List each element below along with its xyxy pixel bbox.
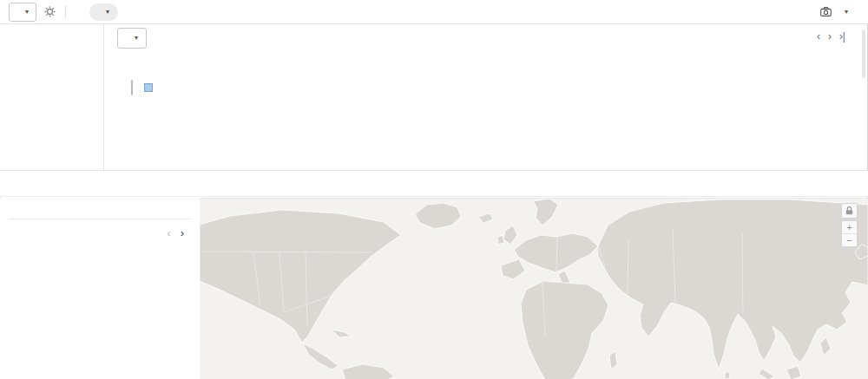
chevron-down-icon: ▾ xyxy=(106,9,109,16)
history-timeline[interactable] xyxy=(111,47,858,78)
map-zoom-in-button[interactable]: + xyxy=(842,221,857,234)
divider xyxy=(65,5,66,18)
metric-sidebar xyxy=(0,24,104,170)
map-lock-button[interactable] xyxy=(841,203,858,219)
world-map[interactable] xyxy=(200,199,868,379)
chevron-down-icon: ▾ xyxy=(845,9,848,16)
page-load-time-chart[interactable] xyxy=(111,96,858,167)
map-container xyxy=(200,198,868,379)
prev-interval-button[interactable]: ‹ xyxy=(817,31,820,42)
legend-swatch-icon xyxy=(144,83,153,92)
chart-legend xyxy=(144,83,157,92)
time-controls: ‹ › ›| xyxy=(809,31,858,42)
page-prev-button[interactable]: ‹ xyxy=(167,227,170,239)
overlay-toggle xyxy=(131,80,133,95)
snapshot-button[interactable]: ▾ xyxy=(820,7,848,16)
chevron-down-icon: ▾ xyxy=(25,9,29,16)
test-selector[interactable]: ▾ xyxy=(9,3,36,22)
summary-panel: ‹ › xyxy=(0,198,200,379)
view-tabs xyxy=(0,171,868,197)
chevron-down-icon: ▾ xyxy=(135,35,138,42)
metrics-selector[interactable]: ▾ xyxy=(117,28,147,49)
island-sri-lanka xyxy=(725,371,730,379)
lock-icon xyxy=(845,206,853,215)
test-settings-button[interactable] xyxy=(44,6,56,17)
camera-icon xyxy=(820,7,832,16)
latest-interval-button[interactable]: ›| xyxy=(839,31,845,42)
scrollbar[interactable] xyxy=(862,29,865,78)
agents-filter[interactable]: ▾ xyxy=(89,3,118,21)
gear-icon xyxy=(44,6,56,17)
page-next-button[interactable]: › xyxy=(181,227,184,239)
map-zoom-out-button[interactable]: − xyxy=(842,234,857,246)
map-zoom-controls: + − xyxy=(841,220,858,247)
topbar: ▾ ▾ ▾ xyxy=(0,0,868,24)
chart-section-header xyxy=(115,79,157,96)
errors-pagination: ‹ › xyxy=(9,227,193,239)
next-interval-button[interactable]: › xyxy=(828,31,832,42)
divider xyxy=(9,219,191,219)
